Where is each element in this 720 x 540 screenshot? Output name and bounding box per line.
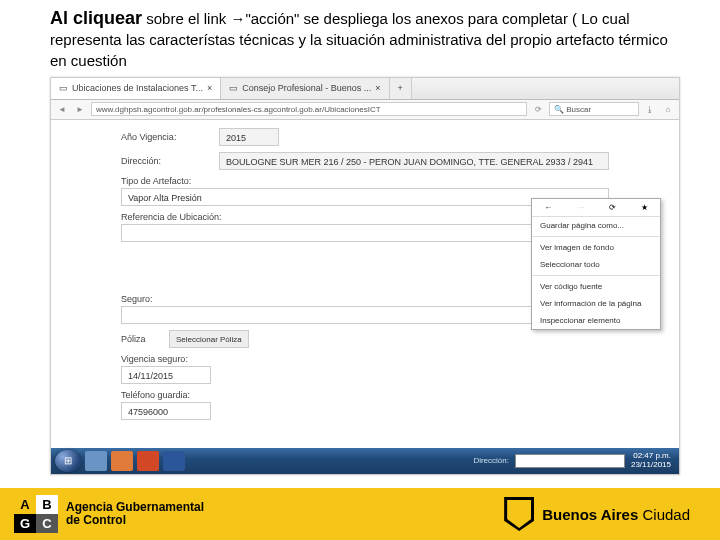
page-icon: ▭ <box>59 83 68 93</box>
back-button[interactable]: ◄ <box>55 102 69 116</box>
input-value: 47596000 <box>128 407 168 417</box>
tab-strip: ▭ Ubicaciones de Instalaciones T... × ▭ … <box>51 78 679 100</box>
ba-text: Buenos Aires Ciudad <box>542 506 690 523</box>
agc-logo-g: G <box>14 514 36 533</box>
agc-logo-b: B <box>36 495 58 514</box>
agc-brand: A B G C Agencia Gubernamental de Control <box>14 495 204 533</box>
ctx-page-info[interactable]: Ver información de la página <box>532 295 660 312</box>
agc-logo-c: C <box>36 514 58 533</box>
slide-caption: Al cliquear sobre el link →"acción" se d… <box>0 0 720 75</box>
ctx-reload-icon[interactable]: ⟳ <box>609 203 616 212</box>
input-value: 14/11/2015 <box>128 371 173 381</box>
button-seleccionar-poliza[interactable]: Seleccionar Póliza <box>169 330 249 348</box>
ctx-inspect[interactable]: Inspeccionar elemento <box>532 312 660 329</box>
url-field[interactable]: www.dghpsh.agcontrol.gob.ar/profesionale… <box>91 102 527 116</box>
input-telefono[interactable]: 47596000 <box>121 402 211 420</box>
ctx-view-source[interactable]: Ver código fuente <box>532 278 660 295</box>
tab-ubicaciones[interactable]: ▭ Ubicaciones de Instalaciones T... × <box>51 78 221 99</box>
agc-logo-a: A <box>14 495 36 514</box>
new-tab-button[interactable]: + <box>390 78 412 99</box>
taskbar-app-explorer[interactable] <box>85 451 107 471</box>
taskbar-app-powerpoint[interactable] <box>137 451 159 471</box>
input-vigencia[interactable]: 14/11/2015 <box>121 366 211 384</box>
agc-text: Agencia Gubernamental de Control <box>66 501 204 526</box>
ctx-save-page[interactable]: Guardar página como... <box>532 217 660 234</box>
slide-caption-bold: Al cliquear <box>50 8 142 28</box>
slide-caption-rest: sobre el link →"acción" se despliega los… <box>50 10 668 69</box>
tab-label: Ubicaciones de Instalaciones T... <box>72 83 203 93</box>
label-vigencia-seguro: Vigencia seguro: <box>121 354 609 364</box>
label-ano: Año Vigencia: <box>121 132 211 142</box>
ctx-forward-icon: → <box>577 203 585 212</box>
clock-date: 23/11/2015 <box>631 461 671 470</box>
address-bar: ◄ ► www.dghpsh.agcontrol.gob.ar/profesio… <box>51 100 679 120</box>
system-clock[interactable]: 02:47 p.m. 23/11/2015 <box>631 452 675 470</box>
tab-label: Consejo Profesional - Buenos ... <box>242 83 371 93</box>
slide-footer: A B G C Agencia Gubernamental de Control… <box>0 488 720 540</box>
label-tipo-artefacto: Tipo de Artefacto: <box>121 176 609 186</box>
label-poliza: Póliza <box>121 334 161 344</box>
taskbar-address-label: Dirección: <box>473 456 509 465</box>
label-direccion: Dirección: <box>121 156 211 166</box>
browser-screenshot: ▭ Ubicaciones de Instalaciones T... × ▭ … <box>50 77 680 475</box>
windows-icon: ⊞ <box>64 455 72 466</box>
agc-logo: A B G C <box>14 495 58 533</box>
url-text: www.dghpsh.agcontrol.gob.ar/profesionale… <box>96 105 381 114</box>
ctx-bookmark-icon[interactable]: ★ <box>641 203 648 212</box>
label-telefono: Teléfono guardia: <box>121 390 609 400</box>
ctx-back-icon[interactable]: ← <box>544 203 552 212</box>
search-placeholder: Buscar <box>566 105 591 114</box>
value-ano: 2015 <box>219 128 279 146</box>
search-field[interactable]: 🔍 Buscar <box>549 102 639 116</box>
close-icon[interactable]: × <box>375 83 380 93</box>
search-icon: 🔍 <box>554 105 564 114</box>
taskbar-address-input[interactable] <box>515 454 625 468</box>
forward-button[interactable]: ► <box>73 102 87 116</box>
start-button[interactable]: ⊞ <box>55 450 81 472</box>
context-menu: ← → ⟳ ★ Guardar página como... Ver image… <box>531 198 661 330</box>
taskbar-app-firefox[interactable] <box>111 451 133 471</box>
agc-line2: de Control <box>66 514 204 527</box>
ba-shield-icon <box>504 497 534 531</box>
taskbar-app-word[interactable] <box>163 451 185 471</box>
ctx-select-all[interactable]: Seleccionar todo <box>532 256 660 273</box>
select-value: Vapor Alta Presión <box>128 193 202 203</box>
page-icon: ▭ <box>229 83 238 93</box>
tab-consejo[interactable]: ▭ Consejo Profesional - Buenos ... × <box>221 78 389 99</box>
value-direccion: BOULOGNE SUR MER 216 / 250 - PERON JUAN … <box>219 152 609 170</box>
ba-brand: Buenos Aires Ciudad <box>504 497 690 531</box>
download-icon[interactable]: ⭳ <box>643 102 657 116</box>
close-icon[interactable]: × <box>207 83 212 93</box>
reload-button[interactable]: ⟳ <box>531 102 545 116</box>
home-icon[interactable]: ⌂ <box>661 102 675 116</box>
windows-taskbar: ⊞ Dirección: 02:47 p.m. 23/11/2015 <box>51 448 679 474</box>
ctx-view-bg[interactable]: Ver imagen de fondo <box>532 239 660 256</box>
